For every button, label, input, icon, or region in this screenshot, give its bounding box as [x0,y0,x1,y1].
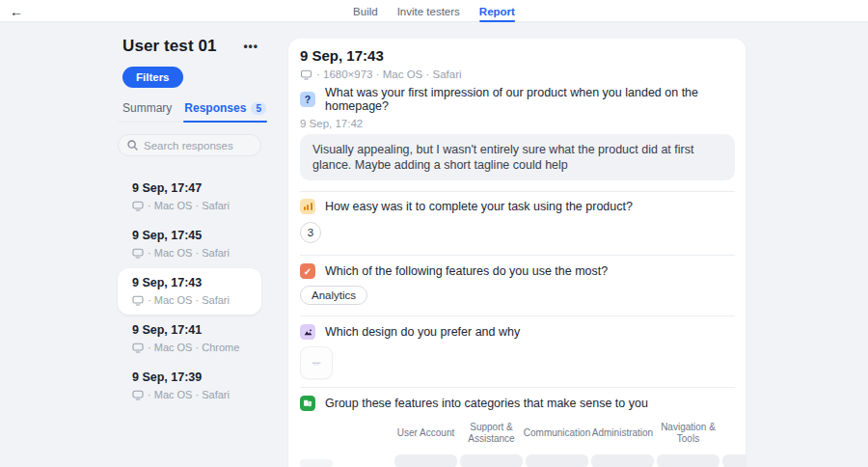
sidebar-tabs: Summary Responses 5 [118,101,261,123]
sort-matrix-cell [460,454,523,467]
top-navbar: ← Build Invite testers Report [0,0,868,22]
device-info: · Mac OS · Safari [148,294,230,306]
response-list-item[interactable]: 9 Sep, 17:41 · Mac OS · Chrome [118,316,261,362]
open-question-icon: ? [300,92,315,107]
answer-timestamp: 9 Sep, 17:42 [300,118,735,129]
question-text: How easy was it to complete your task us… [325,200,633,213]
sort-matrix-cell [722,454,746,467]
sort-column-header: Support & Assistance [460,422,523,445]
preference-question-icon [300,324,315,340]
image-placeholder-icon [312,359,321,367]
question-text: Group these features into categories tha… [325,397,648,410]
preference-answer-thumbnail[interactable] [300,346,333,379]
divider [300,191,735,192]
scale-answer-value: 3 [300,222,321,243]
matrix-row-label [300,459,333,467]
tab-summary[interactable]: Summary [122,101,172,115]
device-info: · Mac OS · Chrome [148,342,239,353]
open-answer-bubble: Visually appealing, but I wasn't entirel… [300,134,735,180]
navbar-tabs: Build Invite testers Report [353,0,515,22]
responses-count-badge: 5 [251,102,266,115]
tab-invite-testers[interactable]: Invite testers [397,0,460,22]
search-icon [127,140,138,151]
device-info: · Mac OS · Safari [148,200,230,211]
tab-build[interactable]: Build [353,0,378,22]
divider [300,255,735,256]
divider [300,387,735,388]
test-title: User test 01 [122,37,217,56]
search-input[interactable] [144,140,252,151]
device-info: · Mac OS · Safari [148,389,230,400]
device-info: · Mac OS · Safari [148,247,230,259]
tab-responses[interactable]: Responses 5 [184,101,266,115]
choice-question-icon: ✓ [300,263,315,279]
divider [300,316,735,316]
card-sort-question-icon [300,396,315,411]
search-responses-box [118,134,261,156]
image-icon [303,327,313,338]
card-sort-matrix: User Account Support & Assistance Commun… [300,422,735,467]
scale-question-icon [300,199,315,214]
back-arrow-icon: ← [10,4,23,19]
response-list-item[interactable]: 9 Sep, 17:47 · Mac OS · Safari [118,174,261,220]
back-button[interactable]: ← [10,0,23,22]
response-title: 9 Sep, 17:43 [300,48,735,64]
sort-matrix-cell [591,454,654,467]
sort-column-header: User Account [394,422,457,445]
question-text: What was your first impression of our pr… [325,86,735,113]
responses-list: 9 Sep, 17:47 · Mac OS · Safari 9 Sep, 17… [118,174,261,409]
monitor-icon [132,201,144,211]
sort-column-header: Navigation & Tools [657,422,719,445]
sort-column-header [722,422,746,445]
monitor-icon [132,295,144,306]
response-list-item-selected[interactable]: 9 Sep, 17:43 · Mac OS · Safari [118,268,261,315]
more-options-icon[interactable]: ••• [243,41,258,51]
response-list-item[interactable]: 9 Sep, 17:39 · Mac OS · Safari [118,363,261,409]
sort-column-header: Administration [591,422,654,445]
cards-icon [303,398,312,408]
filters-button[interactable]: Filters [122,67,183,88]
response-detail-card: 9 Sep, 17:43 · 1680×973 · Mac OS · Safar… [288,39,746,467]
monitor-icon [300,69,312,80]
sort-matrix-cell [394,454,457,467]
response-device-info: · 1680×973 · Mac OS · Safari [316,69,462,80]
question-text: Which design do you prefer and why [325,325,520,339]
sort-column-header: Communication [526,422,588,445]
sort-matrix-cell [657,454,719,467]
question-text: Which of the following features do you u… [325,264,608,278]
monitor-icon [132,248,144,259]
sidebar: User test 01 ••• Filters Summary Respons… [118,37,261,410]
choice-answer-pill: Analytics [300,286,367,305]
sort-matrix-cell [526,454,588,467]
tab-report[interactable]: Report [479,0,515,22]
monitor-icon [132,343,144,353]
response-list-item[interactable]: 9 Sep, 17:45 · Mac OS · Safari [118,221,261,267]
monitor-icon [132,390,144,400]
